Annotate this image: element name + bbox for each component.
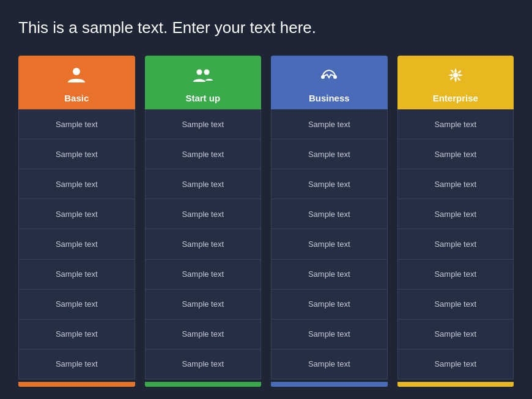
basic-row-9: Sample text (19, 350, 135, 379)
basic-row-4: Sample text (19, 199, 135, 229)
business-header: Business (271, 56, 388, 109)
enterprise-row-4: Sample text (398, 199, 514, 229)
business-row-3: Sample text (272, 169, 387, 199)
business-rows: Sample text Sample text Sample text Samp… (271, 109, 388, 379)
startup-row-4: Sample text (146, 199, 261, 229)
basic-row-6: Sample text (19, 260, 135, 290)
enterprise-row-3: Sample text (398, 169, 514, 199)
svg-point-2 (204, 70, 209, 75)
business-row-5: Sample text (272, 229, 387, 259)
svg-point-5 (453, 73, 458, 78)
column-business: Business Sample text Sample text Sample … (271, 56, 388, 387)
column-enterprise: Enterprise Sample text Sample text Sampl… (397, 56, 514, 387)
enterprise-icon (445, 64, 467, 89)
startup-icon (192, 64, 214, 89)
business-row-6: Sample text (272, 260, 387, 290)
basic-row-1: Sample text (19, 109, 135, 139)
startup-row-6: Sample text (146, 260, 261, 290)
basic-row-7: Sample text (19, 290, 135, 320)
startup-row-1: Sample text (146, 109, 261, 139)
column-basic: Basic Sample text Sample text Sample tex… (18, 56, 135, 387)
startup-row-2: Sample text (146, 139, 261, 169)
enterprise-rows: Sample text Sample text Sample text Samp… (397, 109, 514, 379)
svg-point-4 (333, 75, 337, 79)
enterprise-title: Enterprise (433, 93, 478, 103)
enterprise-row-5: Sample text (398, 229, 514, 259)
business-icon (318, 64, 340, 89)
business-row-2: Sample text (272, 139, 387, 169)
startup-title: Start up (185, 93, 220, 103)
pricing-grid: Basic Sample text Sample text Sample tex… (18, 56, 514, 387)
enterprise-header: Enterprise (397, 56, 514, 109)
enterprise-row-2: Sample text (398, 139, 514, 169)
basic-row-2: Sample text (19, 139, 135, 169)
enterprise-row-6: Sample text (398, 260, 514, 290)
enterprise-footer (397, 382, 514, 387)
enterprise-row-7: Sample text (398, 290, 514, 320)
startup-footer (145, 382, 262, 387)
enterprise-row-1: Sample text (398, 109, 514, 139)
business-row-7: Sample text (272, 290, 387, 320)
startup-row-9: Sample text (146, 350, 261, 379)
startup-header: Start up (145, 56, 262, 109)
enterprise-row-9: Sample text (398, 350, 514, 379)
business-title: Business (309, 93, 350, 103)
basic-row-8: Sample text (19, 320, 135, 350)
startup-row-8: Sample text (146, 320, 261, 350)
startup-row-3: Sample text (146, 169, 261, 199)
svg-point-3 (321, 75, 325, 79)
business-row-1: Sample text (272, 109, 387, 139)
column-startup: Start up Sample text Sample text Sample … (145, 56, 262, 387)
startup-row-5: Sample text (146, 229, 261, 259)
basic-header: Basic (18, 56, 135, 109)
svg-point-1 (196, 70, 202, 75)
basic-title: Basic (64, 93, 89, 103)
basic-footer (18, 382, 135, 387)
startup-rows: Sample text Sample text Sample text Samp… (145, 109, 262, 379)
basic-icon (65, 64, 87, 89)
business-row-8: Sample text (272, 320, 387, 350)
svg-point-0 (73, 68, 80, 75)
startup-row-7: Sample text (146, 290, 261, 320)
page-headline: This is a sample text. Enter your text h… (18, 18, 514, 37)
basic-row-5: Sample text (19, 229, 135, 259)
basic-row-3: Sample text (19, 169, 135, 199)
basic-rows: Sample text Sample text Sample text Samp… (18, 109, 135, 379)
enterprise-row-8: Sample text (398, 320, 514, 350)
business-row-9: Sample text (272, 350, 387, 379)
business-row-4: Sample text (272, 199, 387, 229)
business-footer (271, 382, 388, 387)
